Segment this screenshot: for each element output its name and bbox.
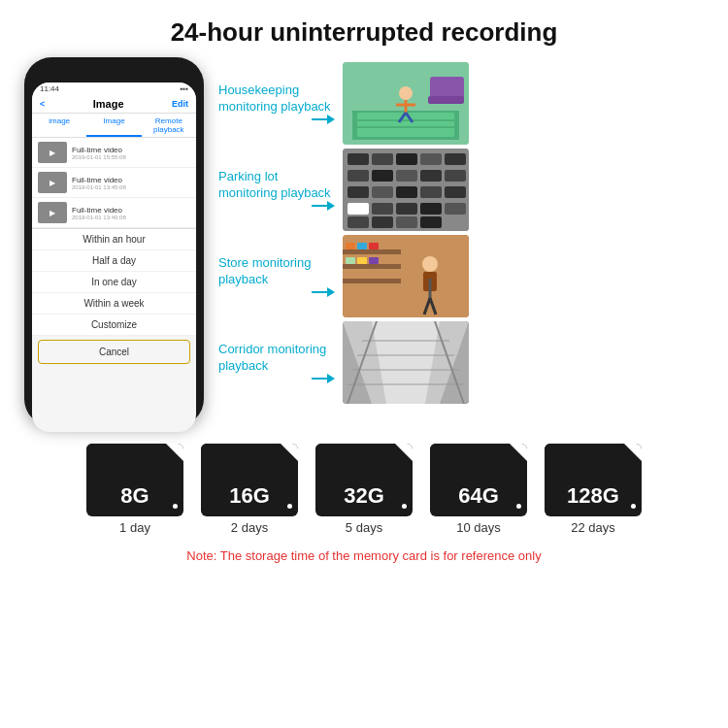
sd-label-64g: 64G — [458, 483, 499, 509]
phone-tab-image[interactable]: image — [32, 114, 86, 137]
phone-tab-remote[interactable]: Remote playback — [142, 114, 196, 137]
store-photo — [343, 235, 469, 317]
sd-label-128g: 128G — [567, 483, 619, 509]
svg-rect-24 — [347, 186, 369, 198]
list-label: Full-time video — [72, 146, 126, 154]
sd-card-128g: 128G — [545, 444, 642, 516]
list-date: 2019-01-01 15:55:08 — [72, 154, 126, 160]
svg-rect-31 — [396, 203, 417, 215]
svg-rect-19 — [347, 170, 369, 182]
phone-back[interactable]: < — [40, 99, 45, 109]
svg-rect-28 — [445, 186, 466, 198]
middle-section: 11:44 ▪▪▪ < Image Edit image Image Remot… — [0, 57, 728, 426]
svg-rect-14 — [347, 153, 369, 165]
list-label: Full-time video — [72, 176, 126, 184]
video-thumb: ▶ — [38, 202, 67, 223]
label-group: Parking lotmonitoring playback — [218, 169, 335, 212]
days-64g: 10 days — [456, 520, 501, 535]
dropdown-option-hour[interactable]: Within an hour — [32, 229, 196, 250]
card-8g: 8G 1 day — [86, 444, 183, 535]
card-128g: 128G 22 days — [545, 444, 642, 535]
monitoring-label-store: Store monitoringplayback — [218, 255, 335, 288]
monitoring-img-corridor — [343, 321, 469, 404]
svg-point-5 — [399, 86, 413, 100]
svg-rect-40 — [343, 264, 401, 269]
phone-screen: 11:44 ▪▪▪ < Image Edit image Image Remot… — [32, 83, 196, 432]
svg-rect-33 — [445, 203, 466, 215]
svg-rect-2 — [357, 113, 454, 137]
monitoring-img-housekeeping — [343, 62, 469, 145]
cancel-button[interactable]: Cancel — [38, 340, 190, 364]
svg-rect-18 — [445, 153, 466, 165]
sd-card-8g: 8G — [86, 444, 183, 516]
svg-point-48 — [422, 256, 438, 272]
label-group: Housekeepingmonitoring playback — [218, 83, 335, 125]
monitoring-item-housekeeping: Housekeepingmonitoring playback — [218, 62, 709, 145]
phone-container: 11:44 ▪▪▪ < Image Edit image Image Remot… — [19, 57, 209, 426]
svg-rect-21 — [396, 170, 417, 182]
phone-list: ▶ Full-time video 2019-01-01 15:55:08 ▶ … — [32, 138, 196, 228]
svg-rect-36 — [396, 216, 417, 228]
svg-rect-27 — [420, 186, 442, 198]
storage-section: 8G 1 day 16G 2 days 32G 5 days 64G — [0, 426, 728, 573]
monitoring-item-corridor: Corridor monitoringplayback — [218, 321, 709, 404]
days-128g: 22 days — [571, 520, 615, 535]
monitoring-item-parking: Parking lotmonitoring playback — [218, 149, 709, 231]
housekeeping-photo — [343, 62, 469, 145]
svg-rect-41 — [343, 279, 401, 283]
card-32g: 32G 5 days — [315, 444, 413, 535]
svg-rect-20 — [372, 170, 393, 182]
sd-card-32g: 32G — [315, 444, 413, 516]
header-section: 24-hour uninterrupted recording — [0, 0, 728, 57]
monitoring-list: Housekeepingmonitoring playback — [218, 57, 709, 404]
connector-corridor — [312, 374, 335, 383]
parking-photo — [343, 149, 469, 231]
phone-dropdown: Within an hour Half a day In one day Wit… — [32, 228, 196, 336]
list-item[interactable]: ▶ Full-time video 2019-01-01 13:40:08 — [32, 198, 196, 228]
svg-rect-37 — [420, 216, 442, 228]
svg-rect-30 — [372, 203, 393, 215]
svg-rect-34 — [347, 216, 369, 228]
svg-rect-44 — [369, 243, 379, 249]
dropdown-option-halfday[interactable]: Half a day — [32, 250, 196, 272]
svg-rect-23 — [445, 170, 466, 182]
connector-housekeeping — [312, 115, 335, 124]
svg-rect-15 — [372, 153, 393, 165]
svg-rect-47 — [369, 257, 379, 264]
dropdown-option-oneday[interactable]: In one day — [32, 272, 196, 293]
dropdown-option-week[interactable]: Within a week — [32, 293, 196, 314]
sd-card-16g: 16G — [201, 444, 298, 516]
phone-edit[interactable]: Edit — [172, 99, 188, 109]
svg-rect-46 — [357, 257, 367, 264]
page-title: 24-hour uninterrupted recording — [10, 17, 718, 48]
phone-tab-image2[interactable]: Image — [86, 114, 141, 137]
phone-status-bar: 11:44 ▪▪▪ — [32, 83, 196, 95]
storage-note: Note: The storage time of the memory car… — [186, 548, 541, 563]
phone-nav: < Image Edit — [32, 95, 196, 114]
svg-rect-16 — [396, 153, 417, 165]
monitoring-label-housekeeping: Housekeepingmonitoring playback — [218, 83, 335, 116]
svg-rect-25 — [372, 186, 393, 198]
video-thumb: ▶ — [38, 172, 67, 193]
svg-rect-22 — [420, 170, 442, 182]
svg-rect-35 — [372, 216, 393, 228]
card-16g: 16G 2 days — [201, 444, 298, 535]
monitoring-label-parking: Parking lotmonitoring playback — [218, 169, 335, 202]
phone-time: 11:44 — [40, 84, 59, 93]
days-32g: 5 days — [346, 520, 382, 535]
list-date: 2019-01-01 13:40:08 — [72, 215, 126, 220]
svg-rect-29 — [347, 203, 369, 215]
monitoring-label-corridor: Corridor monitoringplayback — [218, 342, 335, 375]
card-64g: 64G 10 days — [430, 444, 527, 535]
monitoring-item-store: Store monitoringplayback — [218, 235, 709, 317]
svg-rect-39 — [343, 249, 401, 254]
dropdown-option-customize[interactable]: Customize — [32, 314, 196, 336]
svg-rect-45 — [346, 257, 355, 264]
days-16g: 2 days — [231, 520, 268, 535]
phone-mockup: 11:44 ▪▪▪ < Image Edit image Image Remot… — [24, 57, 204, 426]
phone-notch — [85, 67, 144, 81]
list-item[interactable]: ▶ Full-time video 2019-01-01 13:45:08 — [32, 168, 196, 198]
svg-rect-42 — [346, 243, 355, 249]
list-item[interactable]: ▶ Full-time video 2019-01-01 15:55:08 — [32, 138, 196, 168]
phone-tabs: image Image Remote playback — [32, 114, 196, 138]
